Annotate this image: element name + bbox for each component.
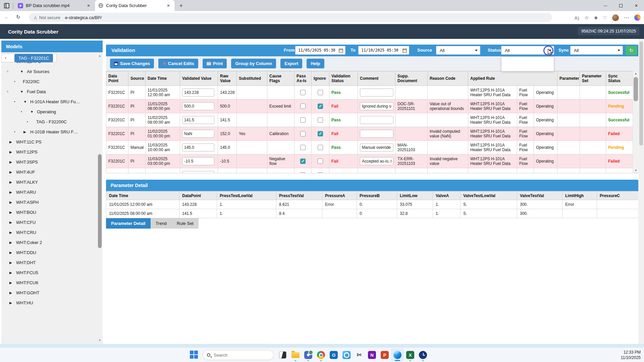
sidebar-tree-item[interactable]: ▪▼Operating <box>1 107 97 117</box>
snipping-tool-icon[interactable] <box>353 349 366 361</box>
tab-cority-data-scrubber[interactable]: Cority Data Scrubber ✕ <box>95 0 175 11</box>
scroll-down-icon[interactable]: ▼ <box>633 168 638 173</box>
tab-parameter-detail[interactable]: Parameter Detail <box>106 218 151 229</box>
comment-input[interactable] <box>360 88 393 97</box>
sidebar-tree-item-selected[interactable]: ▪TAG - F32201C <box>1 54 57 62</box>
refresh-icon[interactable] <box>16 14 20 20</box>
sidebar-tree-item[interactable]: ○▼Fuel Data <box>1 86 97 97</box>
ignore-checkbox[interactable] <box>318 90 323 95</box>
col-pass-as-is[interactable]: Pass As-Is <box>294 71 312 86</box>
taskbar-search[interactable] <box>203 350 274 360</box>
comment-input[interactable] <box>360 116 393 124</box>
sync-select[interactable]: All <box>570 46 623 55</box>
pass-as-is-checkbox[interactable] <box>300 131 306 136</box>
media-app-icon[interactable] <box>276 349 289 361</box>
validated-value-input[interactable] <box>182 88 214 97</box>
close-window-button[interactable] <box>629 0 644 11</box>
ignore-checkbox[interactable] <box>318 131 323 136</box>
col-ignore[interactable]: Ignore <box>312 71 329 86</box>
profile-avatar[interactable] <box>612 14 619 21</box>
sidebar-tree-item[interactable]: ▶WHT:3SPS <box>1 157 97 167</box>
back-icon[interactable] <box>4 14 9 20</box>
sidebar-tree-item[interactable]: ▶WHT:ALKY <box>1 177 97 187</box>
col-source[interactable]: Source <box>128 71 146 86</box>
sidebar-tree-item[interactable]: ▶WHT:GOHT <box>1 288 97 298</box>
scroll-up-icon[interactable]: ▲ <box>633 71 638 76</box>
pass-as-is-checkbox[interactable] <box>300 159 306 164</box>
browser-menu-icon[interactable] <box>624 14 629 21</box>
col-validation-status[interactable]: Validation Status <box>329 71 358 86</box>
page-scrollbar[interactable] <box>638 39 644 344</box>
ignore-checkbox[interactable] <box>318 159 323 164</box>
sidebar-scrollbar[interactable]: ▲ ▼ <box>98 54 102 343</box>
minimize-button[interactable] <box>598 0 613 11</box>
tab-trend[interactable]: Trend <box>151 218 172 229</box>
tab-rule-set[interactable]: Rule Set <box>172 218 199 229</box>
chrome-icon[interactable] <box>315 349 327 361</box>
pd-col-valvea[interactable]: ValveA <box>433 191 461 200</box>
pd-col-pressurec[interactable]: PressureC <box>597 191 639 200</box>
pd-col-presstestlowval[interactable]: PressTestLowVal <box>217 191 276 200</box>
pd-col-presstestval[interactable]: PressTestVal <box>276 191 322 200</box>
start-button[interactable] <box>190 351 199 359</box>
extensions-icon[interactable] <box>594 15 598 20</box>
col-reason-code[interactable]: Reason Code <box>428 71 468 86</box>
scrollbar-thumb[interactable] <box>634 77 638 101</box>
maximize-button[interactable] <box>613 0 629 11</box>
sidebar-tree-item[interactable]: ▶WHT:FCU5 <box>1 267 97 278</box>
scrollbar-thumb[interactable] <box>639 42 643 145</box>
validated-value-input[interactable] <box>182 157 214 165</box>
help-button[interactable]: Help <box>307 59 324 68</box>
sidebar-tree-item[interactable]: ▪▶H-101B Heater SRU F… <box>1 127 97 137</box>
comment-input[interactable] <box>360 130 393 138</box>
col-applied-rule[interactable]: Applied Rule <box>468 71 557 86</box>
pd-col-datapoint[interactable]: DataPoint <box>179 191 217 200</box>
sidebar-tree-item[interactable]: ▶WHT:Coker 2 <box>1 237 97 247</box>
ignore-checkbox[interactable] <box>318 117 323 123</box>
sidebar-tree-item[interactable]: ▪▼H-101A Heater SRU Fu… <box>1 97 97 107</box>
onenote-icon[interactable]: N <box>366 349 378 361</box>
teams-icon[interactable] <box>302 349 315 361</box>
save-changes-button[interactable]: Save Changes <box>110 59 154 68</box>
copilot-icon[interactable] <box>634 14 641 21</box>
edge-icon[interactable] <box>391 349 404 361</box>
sidebar-tree-item[interactable]: ▶WHT:CRU <box>1 227 97 237</box>
col-cause-flags[interactable]: Cause Flags <box>267 71 294 86</box>
pd-col-valvetestval[interactable]: ValveTestVal <box>517 191 562 200</box>
powerpoint-icon[interactable]: P <box>378 349 391 361</box>
pass-as-is-checkbox[interactable] <box>300 172 306 173</box>
scroll-up-icon[interactable]: ▲ <box>98 54 102 58</box>
validated-value-input[interactable] <box>182 130 214 138</box>
url-field[interactable]: Not secure e-strategica.ca/BP/ <box>29 13 552 22</box>
scrollbar-thumb[interactable] <box>98 154 102 248</box>
photos-icon[interactable] <box>340 349 353 361</box>
comment-input[interactable] <box>360 143 393 152</box>
sidebar-tree-item[interactable]: ▪F3220IC <box>1 76 97 86</box>
sidebar-tree-item[interactable]: ○▼Air Sources <box>1 66 97 76</box>
pd-col-limithigh[interactable]: LimitHigh <box>562 191 597 200</box>
sidebar-tree-item[interactable]: ▶WHT:11C PS <box>1 137 97 147</box>
from-date-value[interactable] <box>298 48 338 53</box>
sidebar-tree-item[interactable]: ▶WHT:FCU6 <box>1 278 97 288</box>
source-select[interactable]: All <box>436 46 480 55</box>
sidebar-tree-item[interactable]: ▶WHT:DDU <box>1 247 97 257</box>
col-parameter[interactable]: Parameter <box>557 71 580 86</box>
pd-col-valvetestlowval[interactable]: ValveTestLowVal <box>461 191 517 200</box>
to-date-value[interactable] <box>361 48 402 53</box>
pass-as-is-checkbox[interactable] <box>300 104 306 109</box>
col-validated-value[interactable]: Validated Value <box>180 71 218 86</box>
sidebar-tree-item[interactable]: ▶WHT:12PS <box>1 147 97 157</box>
from-date-input[interactable] <box>295 46 345 55</box>
validated-value-input[interactable] <box>182 102 214 110</box>
close-tab-icon[interactable]: ✕ <box>165 3 171 9</box>
cancel-edits-button[interactable]: Cancel Edits <box>158 59 198 68</box>
col-supp-document[interactable]: Supp. Document <box>395 71 428 86</box>
col-data-point[interactable]: Data Point <box>106 71 128 86</box>
outlook-icon[interactable]: O <box>327 349 340 361</box>
validated-value-input[interactable] <box>182 143 214 152</box>
pass-as-is-checkbox[interactable] <box>300 145 306 150</box>
file-explorer-icon[interactable] <box>289 349 302 361</box>
ignore-checkbox[interactable] <box>318 172 323 173</box>
col-parameter-set[interactable]: Parameter Set <box>580 71 606 86</box>
sidebar-tree-item[interactable]: ▶WHT:BOU <box>1 207 97 217</box>
